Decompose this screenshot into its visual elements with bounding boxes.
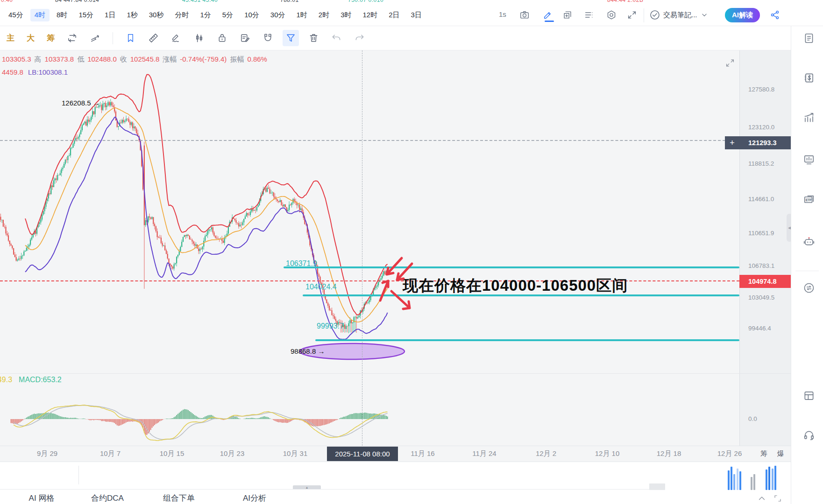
chip-bar	[753, 474, 755, 490]
price-range-annotation[interactable]: 现在价格在104000-106500区间	[403, 275, 628, 296]
date-tick: 11月 24	[472, 449, 496, 458]
high-marker-label: 126208.5 →	[62, 99, 100, 107]
candlestick-chart	[0, 0, 739, 462]
chevron-up-icon[interactable]	[757, 494, 767, 503]
layout-icon[interactable]	[803, 390, 815, 402]
macd-dif-value: 849.3	[0, 376, 12, 384]
crosshair-date-badge: 2025-11-08 08:00	[327, 447, 398, 461]
price-tick: 127580.8	[748, 86, 774, 93]
chip-bar	[739, 471, 741, 490]
ohlc-value: 103305.3	[2, 55, 31, 64]
ohlc-value: 102545.8	[130, 55, 160, 64]
gear-hex-icon[interactable]	[606, 10, 617, 20]
monitor-icon[interactable]	[803, 154, 815, 166]
etf-icon[interactable]: ETF	[803, 194, 815, 206]
edit-pencil-icon[interactable]	[543, 10, 553, 20]
macd-legend: 849.3 MACD:653.2	[0, 376, 62, 384]
corner-brackets-icon[interactable]	[773, 494, 782, 503]
chip-bar	[649, 483, 665, 490]
chip-bar	[768, 467, 770, 490]
support-line-lower[interactable]	[315, 339, 739, 341]
share-icon[interactable]	[770, 10, 780, 20]
date-tick: 12月 10	[595, 449, 620, 458]
last-price-badge: 104974.8	[739, 275, 791, 288]
ohlc-legend: 103305.3高103373.8低102488.0收102545.8涨幅-0.…	[2, 55, 267, 64]
trading-app-window: 0.4084 447.84 0.01445.451 45.40788.01750…	[0, 0, 823, 504]
ohlc-label: 收	[120, 55, 127, 64]
chip-bar	[728, 470, 730, 490]
headset-icon[interactable]	[803, 429, 815, 441]
ohlc-label: 涨幅	[163, 55, 177, 64]
low-marker-label: 98868.8 →	[291, 347, 325, 355]
date-tick: 12月 2	[536, 449, 556, 458]
ohlc-value: -0.74%(-759.4)	[180, 55, 227, 64]
chip-bar	[737, 469, 738, 490]
chip-bar	[733, 474, 735, 490]
ohlc-value: 103373.8	[45, 55, 74, 64]
level-label-106371: 106371.9	[286, 259, 317, 268]
date-tick: 9月 29	[37, 449, 57, 458]
exchange-icon[interactable]	[803, 282, 815, 294]
date-tick: 10月 15	[160, 449, 184, 458]
svg-text:ETF: ETF	[806, 198, 812, 202]
date-tick: 12月 26	[717, 449, 742, 458]
boll-value: LB:100308.1	[28, 68, 68, 76]
order-doc-icon[interactable]	[803, 32, 815, 44]
camera-icon[interactable]	[519, 10, 530, 20]
level-price-badge: 121293.3	[739, 136, 791, 149]
ohlc-value: 0.86%	[247, 55, 267, 64]
chip-bar	[774, 466, 776, 490]
liquidation-toggle[interactable]: 爆	[777, 449, 784, 458]
billing-icon[interactable]	[803, 72, 815, 84]
price-tick: 103049.5	[748, 294, 774, 301]
bottom-item-合约DCA[interactable]: 合约DCA	[91, 493, 124, 504]
hand-drawn-arrows	[373, 256, 424, 317]
list-settings-icon[interactable]	[584, 10, 594, 20]
date-tick: 10月 31	[283, 449, 308, 458]
date-tick: 10月 7	[100, 449, 121, 458]
last-price-dashed-line	[0, 280, 739, 281]
ohlc-label: 振幅	[230, 55, 244, 64]
price-tick: 110651.9	[748, 230, 774, 237]
add-order-button[interactable]: +	[725, 136, 739, 149]
bottom-item-AI分析[interactable]: AI分析	[243, 493, 266, 504]
chip-bar	[731, 467, 732, 490]
tabs-bottom-divider	[0, 489, 649, 490]
level-label-99993: 99993.7	[317, 322, 344, 330]
frame-add-icon[interactable]	[562, 10, 573, 20]
chip-bar	[751, 477, 752, 490]
price-tick: 106783.1	[748, 262, 774, 269]
date-tick: 12月 18	[657, 449, 681, 458]
level-label-104024: 104024.4	[305, 283, 337, 291]
price-tick: 123120.0	[748, 124, 774, 131]
bottom-item-AI 网格[interactable]: AI 网格	[29, 493, 55, 504]
pane-expand-icon[interactable]	[725, 58, 735, 68]
boll-value: 4459.8	[2, 68, 23, 76]
level-dashed-line[interactable]	[0, 140, 739, 141]
chip-distribution-toggle[interactable]: 筹	[760, 449, 767, 458]
fullscreen-icon[interactable]	[627, 10, 637, 20]
indicator-tabs-row: gatorMAVolumePositionRSIMACD爆仓统计LSURKDJF…	[0, 462, 791, 489]
sidebar-divider	[795, 271, 819, 271]
crosshair-vertical-line	[362, 50, 362, 446]
price-tick: 99446.4	[748, 325, 771, 332]
chip-bar	[772, 469, 773, 490]
price-tick: 114661.0	[748, 196, 774, 203]
pane-divider[interactable]	[0, 373, 791, 374]
ohlc-value: 102488.0	[87, 55, 117, 64]
price-axis[interactable]	[739, 50, 791, 462]
tabs-separator	[78, 466, 79, 484]
date-tick: 10月 23	[220, 449, 245, 458]
trend-icon[interactable]	[803, 112, 815, 124]
resistance-line-upper[interactable]	[284, 266, 739, 268]
macd-value: MACD:653.2	[19, 376, 62, 384]
price-tick: 118815.2	[748, 160, 774, 167]
boll-legend: 4459.8LB:100308.1	[2, 68, 68, 76]
ohlc-label: 低	[77, 55, 84, 64]
date-tick: 11月 16	[411, 449, 434, 458]
robot-icon[interactable]	[803, 235, 815, 247]
macd-zero-label: 0.0	[748, 415, 757, 422]
ohlc-label: 高	[35, 55, 42, 64]
bottom-item-组合下单[interactable]: 组合下单	[163, 493, 195, 504]
chip-bar	[766, 469, 767, 490]
